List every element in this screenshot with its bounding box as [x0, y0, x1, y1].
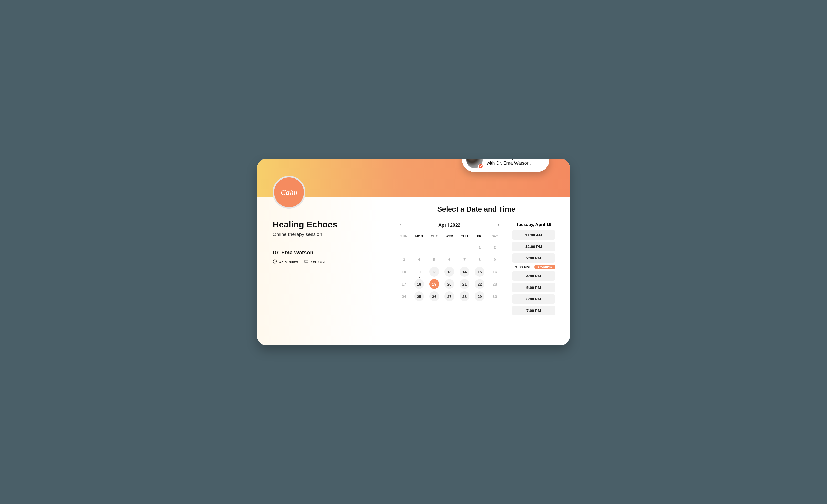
- dow-header: FRI: [473, 233, 487, 240]
- day-cell[interactable]: 22: [475, 279, 484, 289]
- day-cell[interactable]: 14: [459, 267, 469, 276]
- calendar: April 2022 SUNMONTUEWEDTHUFRISAT12345678…: [397, 222, 502, 317]
- practitioner-name: Dr. Ema Watson: [273, 249, 367, 256]
- day-cell: 1: [475, 242, 484, 252]
- session-subtitle: Online therapy session: [273, 232, 367, 237]
- day-cell: 23: [490, 279, 499, 289]
- time-slot[interactable]: 7:00 PM: [512, 306, 555, 315]
- booking-card: Your meeting is scheduled with Dr. Ema W…: [257, 158, 570, 346]
- day-cell[interactable]: 21: [459, 279, 469, 289]
- day-cell[interactable]: 26: [429, 292, 439, 301]
- dow-header: SUN: [397, 233, 411, 240]
- dow-header: SAT: [488, 233, 502, 240]
- day-cell[interactable]: 29: [475, 292, 484, 301]
- toast-text: Your meeting is scheduled with Dr. Ema W…: [487, 158, 541, 166]
- confirm-button[interactable]: Confirm: [534, 265, 555, 269]
- day-cell: 11: [414, 267, 424, 276]
- duration-info: 45 Minutes: [273, 259, 298, 264]
- day-cell[interactable]: 15: [475, 267, 484, 276]
- clock-icon: [273, 259, 277, 264]
- time-slot[interactable]: 11:00 AM: [512, 230, 555, 240]
- day-cell[interactable]: 12: [429, 267, 439, 276]
- brand-logo-text: Calm: [281, 188, 297, 197]
- next-month-button[interactable]: [495, 222, 502, 228]
- duration-text: 45 Minutes: [279, 260, 298, 264]
- check-badge-icon: [478, 164, 483, 169]
- credit-card-icon: [304, 259, 309, 264]
- day-cell[interactable]: 20: [444, 279, 454, 289]
- confirmation-toast: Your meeting is scheduled with Dr. Ema W…: [462, 158, 549, 172]
- day-cell: 4: [414, 255, 424, 264]
- day-cell[interactable]: 13: [444, 267, 454, 276]
- dow-header: WED: [442, 233, 456, 240]
- time-slot[interactable]: 5:00 PM: [512, 283, 555, 292]
- scheduler-panel: Select a Date and Time April 2022 SUNMON…: [383, 197, 570, 346]
- price-info: $50 USD: [304, 259, 326, 264]
- time-slot[interactable]: 12:00 PM: [512, 242, 555, 251]
- dow-header: TUE: [427, 233, 441, 240]
- day-cell[interactable]: 19: [429, 279, 439, 289]
- prev-month-button[interactable]: [397, 222, 403, 228]
- time-slots: Tuesday, April 19 11:00 AM12:00 PM2:00 P…: [512, 222, 555, 317]
- month-label: April 2022: [438, 222, 460, 228]
- selected-date-label: Tuesday, April 19: [512, 222, 555, 227]
- price-text: $50 USD: [311, 260, 326, 264]
- day-cell: 24: [399, 292, 409, 301]
- brand-logo: Calm: [273, 176, 305, 209]
- day-cell: 9: [490, 255, 499, 264]
- day-cell: 6: [444, 255, 454, 264]
- selected-time-label: 3:00 PM: [512, 265, 533, 269]
- day-cell: 16: [490, 267, 499, 276]
- time-slot[interactable]: 6:00 PM: [512, 294, 555, 304]
- day-cell[interactable]: 27: [444, 292, 454, 301]
- day-cell[interactable]: 18: [414, 279, 424, 289]
- avatar: [466, 158, 483, 168]
- day-cell: 2: [490, 242, 499, 252]
- time-slot[interactable]: 2:00 PM: [512, 253, 555, 263]
- day-cell: 30: [490, 292, 499, 301]
- session-info-panel: Calm Healing Echoes Online therapy sessi…: [257, 197, 383, 346]
- day-cell[interactable]: 25: [414, 292, 424, 301]
- day-cell: 3: [399, 255, 409, 264]
- today-indicator-icon: [419, 277, 420, 278]
- day-cell: 8: [475, 255, 484, 264]
- day-cell[interactable]: 28: [459, 292, 469, 301]
- dow-header: MON: [412, 233, 426, 240]
- time-slot[interactable]: 4:00 PM: [512, 271, 555, 281]
- day-cell: 5: [429, 255, 439, 264]
- dow-header: THU: [458, 233, 472, 240]
- day-cell: 10: [399, 267, 409, 276]
- toast-line1: Your meeting is scheduled: [487, 158, 541, 159]
- day-cell: 7: [459, 255, 469, 264]
- toast-line2: with Dr. Ema Watson.: [487, 161, 531, 166]
- session-title: Healing Echoes: [273, 219, 367, 230]
- scheduler-heading: Select a Date and Time: [397, 205, 555, 213]
- svg-rect-1: [305, 260, 308, 263]
- day-cell: 17: [399, 279, 409, 289]
